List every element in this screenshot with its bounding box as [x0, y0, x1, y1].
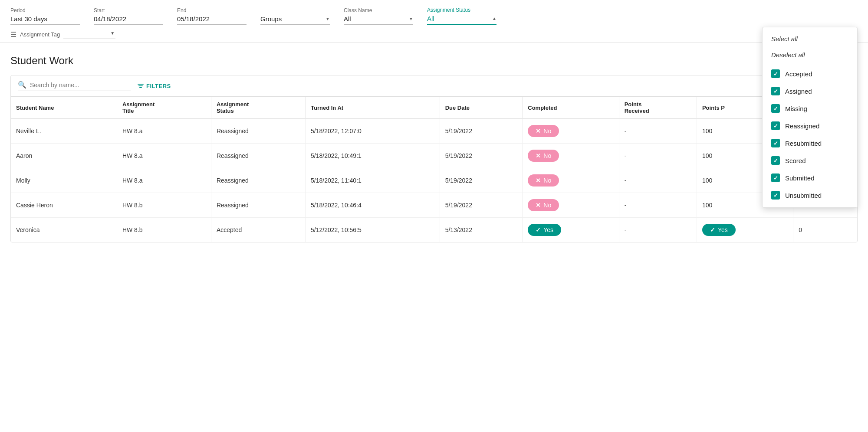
completed-badge-no: ✕ No	[528, 174, 559, 187]
cell-assignment-title: HW 8.b	[117, 193, 211, 218]
cell-due-date: 5/19/2022	[440, 193, 523, 218]
cell-student-name: Aaron	[11, 144, 117, 168]
table-area: 🔍 FILTERS COLUMNS Student Name Assignmen…	[10, 75, 858, 242]
cell-points-received: -	[619, 218, 697, 242]
dropdown-divider	[763, 64, 857, 64]
main-content: Student Work ⋮ 🔍 FILTERS COLUMNS Student…	[0, 43, 868, 242]
dropdown-item-submitted[interactable]: ✓ Submitted	[763, 169, 857, 187]
assignment-tag-wrap[interactable]: ▼	[63, 30, 115, 39]
cell-turned-in-at: 5/12/2022, 10:56:5	[306, 218, 440, 242]
assignment-status-dropdown: Select all Deselect all ✓ Accepted ✓ Ass…	[762, 27, 858, 208]
cell-points-received: -	[619, 168, 697, 193]
checkbox-scored: ✓	[771, 156, 780, 165]
col-student-name: Student Name	[11, 97, 117, 119]
cell-assignment-status: Reassigned	[211, 119, 305, 144]
filters-lines-icon	[138, 84, 144, 88]
col-completed: Completed	[523, 97, 619, 119]
cell-student-name: Veronica	[11, 218, 117, 242]
dropdown-item-accepted[interactable]: ✓ Accepted	[763, 65, 857, 82]
checkbox-missing: ✓	[771, 104, 780, 113]
dropdown-label-scored: Scored	[785, 157, 806, 164]
period-filter[interactable]: Period Last 30 days	[10, 7, 80, 25]
end-value[interactable]: 05/18/2022	[177, 15, 247, 25]
cell-completed: ✕ No	[523, 144, 619, 168]
cell-points-received: -	[619, 193, 697, 218]
filter-bar: Period Last 30 days Start 04/18/2022 End…	[0, 0, 868, 43]
table-row: Veronica HW 8.b Accepted 5/12/2022, 10:5…	[11, 218, 857, 242]
completed-badge-no: ✕ No	[528, 150, 559, 162]
groups-filter[interactable]: Groups ▼	[260, 15, 330, 25]
dropdown-label-reassigned: Reassigned	[785, 122, 819, 130]
dropdown-label-missing: Missing	[785, 105, 807, 112]
dropdown-item-unsubmitted[interactable]: ✓ Unsubmitted	[763, 187, 857, 204]
points-p-badge: ✓ Yes	[702, 224, 736, 236]
start-value[interactable]: 04/18/2022	[94, 15, 163, 25]
completed-badge-no: ✕ No	[528, 125, 559, 137]
data-table: Student Name AssignmentTitle AssignmentS…	[11, 97, 857, 242]
dropdown-item-missing[interactable]: ✓ Missing	[763, 100, 857, 117]
search-input[interactable]	[30, 82, 117, 88]
assignment-status-arrow: ▲	[492, 16, 496, 21]
cell-student-name: Cassie Heron	[11, 193, 117, 218]
filter-icon: ☰	[10, 30, 16, 39]
col-assignment-status: AssignmentStatus	[211, 97, 305, 119]
cell-due-date: 5/19/2022	[440, 119, 523, 144]
cell-points-received: -	[619, 119, 697, 144]
start-filter[interactable]: Start 04/18/2022	[94, 7, 163, 25]
cell-assignment-title: HW 8.a	[117, 144, 211, 168]
table-header-row: Student Name AssignmentTitle AssignmentS…	[11, 97, 857, 119]
cell-turned-in-at: 5/18/2022, 12:07:0	[306, 119, 440, 144]
start-label: Start	[94, 7, 163, 13]
table-toolbar: 🔍 FILTERS COLUMNS	[11, 75, 857, 97]
checkbox-reassigned: ✓	[771, 121, 780, 130]
end-label: End	[177, 7, 247, 13]
table-row: Cassie Heron HW 8.b Reassigned 5/18/2022…	[11, 193, 857, 218]
cell-student-name: Neville L.	[11, 119, 117, 144]
checkbox-submitted: ✓	[771, 173, 780, 182]
period-label: Period	[10, 7, 80, 13]
dropdown-item-resubmitted[interactable]: ✓ Resubmitted	[763, 134, 857, 152]
checkbox-assigned: ✓	[771, 87, 780, 95]
cell-due-date: 5/19/2022	[440, 168, 523, 193]
cell-completed: ✕ No	[523, 193, 619, 218]
select-all-option[interactable]: Select all	[763, 31, 857, 47]
class-name-label: Class Name	[344, 7, 413, 13]
col-turned-in-at: Turned In At	[306, 97, 440, 119]
class-name-filter[interactable]: Class Name All ▼	[344, 7, 413, 25]
checkbox-unsubmitted: ✓	[771, 191, 780, 200]
dropdown-item-assigned[interactable]: ✓ Assigned	[763, 82, 857, 100]
select-all-label: Select all	[771, 35, 798, 43]
groups-value[interactable]: Groups ▼	[260, 15, 330, 25]
dropdown-label-resubmitted: Resubmitted	[785, 140, 822, 147]
filters-button[interactable]: FILTERS	[138, 83, 171, 89]
period-value[interactable]: Last 30 days	[10, 15, 80, 25]
assignment-tag-select[interactable]	[63, 30, 115, 39]
cell-turned-in-at: 5/18/2022, 10:46:4	[306, 193, 440, 218]
table-row: Neville L. HW 8.a Reassigned 5/18/2022, …	[11, 119, 857, 144]
checkbox-resubmitted: ✓	[771, 139, 780, 147]
cell-assignment-title: HW 8.a	[117, 168, 211, 193]
page-title: Student Work	[10, 55, 73, 67]
cell-assignment-status: Accepted	[211, 218, 305, 242]
cell-attachments: 0	[793, 218, 857, 242]
cell-due-date: 5/13/2022	[440, 218, 523, 242]
dropdown-label-submitted: Submitted	[785, 174, 815, 182]
dropdown-item-reassigned[interactable]: ✓ Reassigned	[763, 117, 857, 134]
cell-turned-in-at: 5/18/2022, 11:40:1	[306, 168, 440, 193]
groups-arrow: ▼	[326, 16, 330, 21]
assignment-status-label: Assignment Status	[427, 7, 496, 13]
assignment-status-value[interactable]: All ▲	[427, 15, 496, 25]
deselect-all-option[interactable]: Deselect all	[763, 47, 857, 63]
cell-points-received: -	[619, 144, 697, 168]
cell-turned-in-at: 5/18/2022, 10:49:1	[306, 144, 440, 168]
dropdown-label-unsubmitted: Unsubmitted	[785, 192, 822, 199]
assignment-status-filter[interactable]: Assignment Status All ▲	[427, 7, 496, 25]
cell-due-date: 5/19/2022	[440, 144, 523, 168]
class-name-value[interactable]: All ▼	[344, 15, 413, 25]
end-filter[interactable]: End 05/18/2022	[177, 7, 247, 25]
checkbox-accepted: ✓	[771, 69, 780, 78]
dropdown-item-scored[interactable]: ✓ Scored	[763, 152, 857, 169]
completed-badge-no: ✕ No	[528, 199, 559, 211]
cell-assignment-status: Reassigned	[211, 168, 305, 193]
dropdown-label-assigned: Assigned	[785, 88, 812, 95]
